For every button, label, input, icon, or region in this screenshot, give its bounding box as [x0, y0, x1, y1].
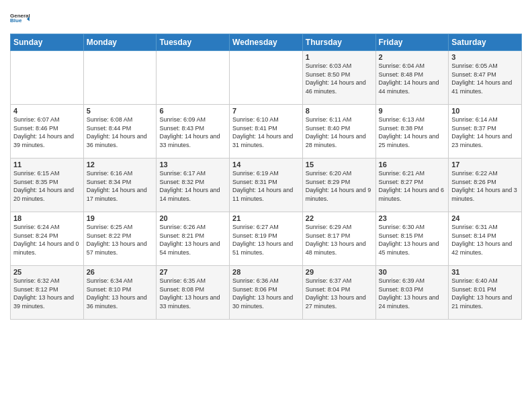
cell-info: Sunrise: 6:27 AM Sunset: 8:19 PM Dayligh…: [232, 223, 300, 257]
calendar-table: SundayMondayTuesdayWednesdayThursdayFrid…: [10, 34, 522, 320]
col-header-wednesday: Wednesday: [230, 34, 303, 51]
day-number: 22: [306, 214, 373, 222]
day-number: 31: [451, 268, 519, 276]
cell-info: Sunrise: 6:13 AM Sunset: 8:38 PM Dayligh…: [379, 116, 446, 149]
calendar-cell: 14Sunrise: 6:19 AM Sunset: 8:31 PM Dayli…: [230, 158, 303, 212]
day-number: 13: [159, 161, 226, 169]
page-container: General Blue SundayMondayTuesdayWednesda…: [0, 0, 532, 326]
cell-info: Sunrise: 6:04 AM Sunset: 8:48 PM Dayligh…: [379, 62, 446, 95]
calendar-cell: 3Sunrise: 6:05 AM Sunset: 8:47 PM Daylig…: [449, 51, 522, 105]
calendar-cell: [83, 51, 157, 105]
cell-info: Sunrise: 6:31 AM Sunset: 8:14 PM Dayligh…: [451, 223, 519, 257]
calendar-cell: [11, 51, 84, 105]
day-number: 12: [87, 161, 154, 169]
calendar-cell: 23Sunrise: 6:30 AM Sunset: 8:15 PM Dayli…: [375, 212, 449, 266]
cell-info: Sunrise: 6:29 AM Sunset: 8:17 PM Dayligh…: [306, 223, 373, 257]
week-row-2: 4Sunrise: 6:07 AM Sunset: 8:46 PM Daylig…: [11, 105, 522, 158]
day-number: 10: [451, 107, 519, 115]
calendar-cell: 21Sunrise: 6:27 AM Sunset: 8:19 PM Dayli…: [230, 212, 303, 266]
cell-info: Sunrise: 6:11 AM Sunset: 8:40 PM Dayligh…: [306, 116, 373, 149]
calendar-cell: [230, 51, 303, 105]
calendar-cell: 25Sunrise: 6:32 AM Sunset: 8:12 PM Dayli…: [11, 266, 84, 320]
svg-text:Blue: Blue: [10, 17, 22, 24]
cell-info: Sunrise: 6:15 AM Sunset: 8:35 PM Dayligh…: [13, 169, 81, 203]
cell-info: Sunrise: 6:24 AM Sunset: 8:24 PM Dayligh…: [13, 223, 81, 257]
calendar-cell: 8Sunrise: 6:11 AM Sunset: 8:40 PM Daylig…: [302, 105, 375, 158]
cell-info: Sunrise: 6:40 AM Sunset: 8:01 PM Dayligh…: [451, 277, 519, 310]
calendar-cell: 17Sunrise: 6:22 AM Sunset: 8:26 PM Dayli…: [449, 158, 522, 212]
calendar-cell: 18Sunrise: 6:24 AM Sunset: 8:24 PM Dayli…: [11, 212, 84, 266]
day-number: 19: [87, 214, 154, 222]
cell-info: Sunrise: 6:19 AM Sunset: 8:31 PM Dayligh…: [232, 169, 300, 203]
calendar-cell: 13Sunrise: 6:17 AM Sunset: 8:32 PM Dayli…: [157, 158, 230, 212]
cell-info: Sunrise: 6:10 AM Sunset: 8:41 PM Dayligh…: [232, 116, 300, 149]
calendar-cell: 10Sunrise: 6:14 AM Sunset: 8:37 PM Dayli…: [449, 105, 522, 158]
cell-info: Sunrise: 6:39 AM Sunset: 8:03 PM Dayligh…: [379, 277, 446, 310]
calendar-cell: 15Sunrise: 6:20 AM Sunset: 8:29 PM Dayli…: [302, 158, 375, 212]
cell-info: Sunrise: 6:08 AM Sunset: 8:44 PM Dayligh…: [87, 116, 154, 149]
cell-info: Sunrise: 6:14 AM Sunset: 8:37 PM Dayligh…: [451, 116, 519, 149]
col-header-thursday: Thursday: [302, 34, 375, 51]
week-row-4: 18Sunrise: 6:24 AM Sunset: 8:24 PM Dayli…: [11, 212, 522, 266]
calendar-cell: 4Sunrise: 6:07 AM Sunset: 8:46 PM Daylig…: [11, 105, 84, 158]
col-header-monday: Monday: [83, 34, 157, 51]
col-header-saturday: Saturday: [449, 34, 522, 51]
day-number: 6: [159, 107, 226, 115]
calendar-cell: 28Sunrise: 6:36 AM Sunset: 8:06 PM Dayli…: [230, 266, 303, 320]
calendar-cell: 19Sunrise: 6:25 AM Sunset: 8:22 PM Dayli…: [83, 212, 157, 266]
cell-info: Sunrise: 6:05 AM Sunset: 8:47 PM Dayligh…: [451, 62, 519, 95]
day-number: 25: [13, 268, 81, 276]
day-number: 24: [451, 214, 519, 222]
calendar-cell: 27Sunrise: 6:35 AM Sunset: 8:08 PM Dayli…: [157, 266, 230, 320]
calendar-cell: 24Sunrise: 6:31 AM Sunset: 8:14 PM Dayli…: [449, 212, 522, 266]
cell-info: Sunrise: 6:26 AM Sunset: 8:21 PM Dayligh…: [159, 223, 226, 257]
calendar-cell: 7Sunrise: 6:10 AM Sunset: 8:41 PM Daylig…: [230, 105, 303, 158]
calendar-cell: 26Sunrise: 6:34 AM Sunset: 8:10 PM Dayli…: [83, 266, 157, 320]
day-number: 14: [232, 161, 300, 169]
cell-info: Sunrise: 6:34 AM Sunset: 8:10 PM Dayligh…: [87, 277, 154, 310]
cell-info: Sunrise: 6:20 AM Sunset: 8:29 PM Dayligh…: [306, 169, 373, 203]
cell-info: Sunrise: 6:37 AM Sunset: 8:04 PM Dayligh…: [306, 277, 373, 310]
cell-info: Sunrise: 6:09 AM Sunset: 8:43 PM Dayligh…: [159, 116, 226, 149]
day-number: 20: [159, 214, 226, 222]
day-number: 18: [13, 214, 81, 222]
calendar-cell: 1Sunrise: 6:03 AM Sunset: 8:50 PM Daylig…: [302, 51, 375, 105]
calendar-cell: 9Sunrise: 6:13 AM Sunset: 8:38 PM Daylig…: [375, 105, 449, 158]
day-number: 4: [13, 107, 81, 115]
calendar-cell: 2Sunrise: 6:04 AM Sunset: 8:48 PM Daylig…: [375, 51, 449, 105]
calendar-cell: 30Sunrise: 6:39 AM Sunset: 8:03 PM Dayli…: [375, 266, 449, 320]
week-row-5: 25Sunrise: 6:32 AM Sunset: 8:12 PM Dayli…: [11, 266, 522, 320]
day-number: 23: [379, 214, 446, 222]
col-header-friday: Friday: [375, 34, 449, 51]
cell-info: Sunrise: 6:03 AM Sunset: 8:50 PM Dayligh…: [306, 62, 373, 95]
col-header-sunday: Sunday: [11, 34, 84, 51]
day-number: 5: [87, 107, 154, 115]
header: General Blue: [10, 7, 522, 28]
cell-info: Sunrise: 6:17 AM Sunset: 8:32 PM Dayligh…: [159, 169, 226, 203]
day-number: 2: [379, 53, 446, 61]
calendar-cell: 31Sunrise: 6:40 AM Sunset: 8:01 PM Dayli…: [449, 266, 522, 320]
calendar-cell: 5Sunrise: 6:08 AM Sunset: 8:44 PM Daylig…: [83, 105, 157, 158]
day-number: 27: [159, 268, 226, 276]
day-number: 21: [232, 214, 300, 222]
day-number: 3: [451, 53, 519, 61]
week-row-1: 1Sunrise: 6:03 AM Sunset: 8:50 PM Daylig…: [11, 51, 522, 105]
day-number: 7: [232, 107, 300, 115]
logo: General Blue: [10, 7, 32, 28]
day-number: 9: [379, 107, 446, 115]
cell-info: Sunrise: 6:30 AM Sunset: 8:15 PM Dayligh…: [379, 223, 446, 257]
day-number: 1: [306, 53, 373, 61]
day-number: 11: [13, 161, 81, 169]
day-number: 15: [306, 161, 373, 169]
cell-info: Sunrise: 6:16 AM Sunset: 8:34 PM Dayligh…: [87, 169, 154, 203]
calendar-cell: [157, 51, 230, 105]
cell-info: Sunrise: 6:07 AM Sunset: 8:46 PM Dayligh…: [13, 116, 81, 149]
cell-info: Sunrise: 6:21 AM Sunset: 8:27 PM Dayligh…: [379, 169, 446, 203]
cell-info: Sunrise: 6:36 AM Sunset: 8:06 PM Dayligh…: [232, 277, 300, 310]
cell-info: Sunrise: 6:32 AM Sunset: 8:12 PM Dayligh…: [13, 277, 81, 310]
calendar-cell: 6Sunrise: 6:09 AM Sunset: 8:43 PM Daylig…: [157, 105, 230, 158]
col-header-tuesday: Tuesday: [157, 34, 230, 51]
cell-info: Sunrise: 6:25 AM Sunset: 8:22 PM Dayligh…: [87, 223, 154, 257]
calendar-cell: 22Sunrise: 6:29 AM Sunset: 8:17 PM Dayli…: [302, 212, 375, 266]
day-number: 26: [87, 268, 154, 276]
